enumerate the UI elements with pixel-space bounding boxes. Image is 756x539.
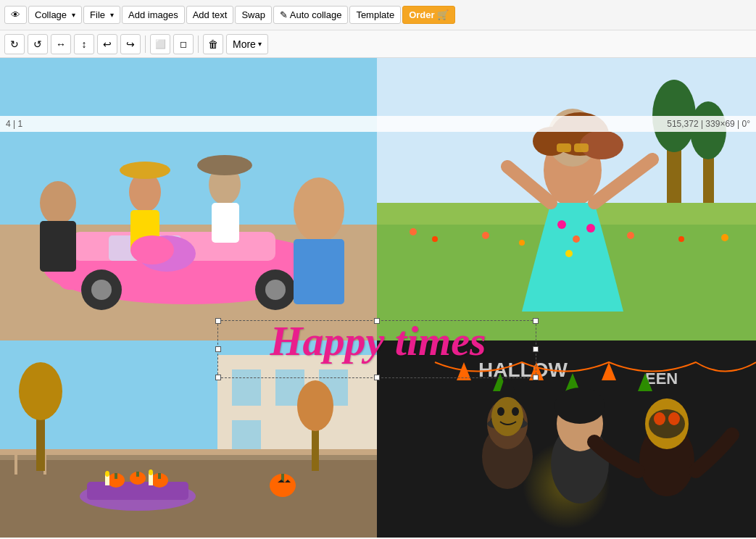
- svg-rect-58: [0, 449, 377, 455]
- template-label: Template: [356, 9, 394, 20]
- delete-button[interactable]: 🗑: [203, 34, 223, 54]
- redo-icon: ↪: [126, 38, 135, 50]
- svg-point-33: [519, 240, 525, 246]
- auto-collage-label: ✎ Auto collage: [280, 9, 341, 20]
- toolbar-divider-2: [198, 35, 199, 53]
- flip-h-icon: ↔: [56, 38, 66, 50]
- add-images-button[interactable]: Add images: [122, 6, 185, 24]
- more-button[interactable]: More: [226, 34, 268, 54]
- add-images-label: Add images: [128, 9, 178, 20]
- svg-point-80: [297, 380, 333, 431]
- svg-point-103: [649, 409, 685, 438]
- svg-point-105: [668, 412, 680, 425]
- svg-rect-42: [557, 143, 571, 152]
- svg-text:EEN: EEN: [645, 369, 678, 388]
- svg-point-78: [19, 362, 62, 420]
- photo-cell-3[interactable]: [0, 340, 377, 538]
- svg-point-34: [627, 232, 634, 239]
- svg-rect-21: [294, 239, 344, 304]
- auto-collage-button[interactable]: ✎ Auto collage: [273, 6, 348, 24]
- rotate-ccw-button[interactable]: ↺: [28, 34, 48, 54]
- redo-button[interactable]: ↪: [120, 34, 141, 54]
- resize-icon: ◻: [180, 39, 187, 49]
- top-toolbar: 👁 Collage File Add images Add text Swap …: [0, 0, 756, 30]
- file-label: File: [90, 9, 105, 20]
- svg-point-10: [40, 181, 76, 225]
- collage-label: Collage: [35, 9, 67, 20]
- crop-button[interactable]: ⬜: [150, 34, 170, 54]
- add-text-button[interactable]: Add text: [186, 6, 234, 24]
- rotate-ccw-icon: ↺: [33, 38, 42, 50]
- photo-cell-2[interactable]: [377, 58, 756, 340]
- svg-point-44: [557, 220, 566, 229]
- svg-point-27: [690, 101, 726, 159]
- rotate-cw-button[interactable]: ↻: [4, 34, 25, 54]
- add-text-label: Add text: [193, 9, 228, 20]
- template-button[interactable]: Template: [349, 6, 401, 24]
- svg-point-72: [149, 469, 153, 475]
- svg-point-100: [554, 388, 605, 424]
- resize-button[interactable]: ◻: [173, 34, 194, 54]
- svg-point-8: [91, 280, 112, 300]
- swap-label: Swap: [241, 9, 265, 20]
- svg-point-96: [497, 407, 504, 416]
- svg-rect-59: [14, 453, 17, 475]
- flip-v-icon: ↕: [82, 38, 87, 50]
- trash-icon: 🗑: [208, 38, 218, 50]
- svg-point-47: [565, 250, 573, 257]
- svg-rect-64: [115, 473, 117, 479]
- svg-rect-66: [136, 472, 139, 477]
- svg-point-35: [678, 236, 684, 242]
- order-button[interactable]: Order 🛒: [402, 6, 455, 24]
- rotate-cw-icon: ↻: [10, 38, 19, 50]
- svg-point-18: [197, 155, 252, 175]
- svg-point-45: [573, 235, 580, 243]
- photo-cell-4[interactable]: HALLOW EEN: [377, 340, 756, 538]
- svg-point-36: [721, 234, 728, 241]
- svg-rect-68: [158, 473, 161, 479]
- flip-h-button[interactable]: ↔: [51, 34, 71, 54]
- eye-button[interactable]: 👁: [4, 6, 27, 24]
- svg-point-30: [410, 228, 417, 235]
- svg-rect-43: [574, 143, 589, 152]
- flip-v-button[interactable]: ↕: [74, 34, 94, 54]
- file-button[interactable]: File: [83, 6, 120, 24]
- photo-cell-1[interactable]: [0, 58, 377, 340]
- svg-point-25: [652, 80, 696, 152]
- photo-grid: HALLOW EEN: [0, 58, 756, 538]
- svg-rect-55: [232, 420, 261, 449]
- svg-point-104: [654, 412, 665, 425]
- svg-point-13: [120, 162, 170, 179]
- second-toolbar: ↻ ↺ ↔ ↕ ↩ ↪ ⬜ ◻ 🗑 More: [0, 30, 756, 58]
- svg-rect-11: [40, 221, 76, 272]
- crop-icon: ⬜: [155, 39, 166, 49]
- eye-icon: 👁: [11, 9, 20, 20]
- svg-point-46: [586, 224, 595, 233]
- order-label: Order 🛒: [409, 9, 449, 20]
- svg-point-70: [105, 471, 109, 477]
- svg-rect-52: [232, 369, 261, 406]
- svg-point-32: [482, 232, 489, 239]
- svg-point-16: [130, 235, 174, 264]
- svg-point-95: [491, 397, 523, 436]
- svg-rect-19: [212, 203, 239, 243]
- svg-point-97: [512, 407, 519, 416]
- canvas-area[interactable]: 4 | 1 515,372 | 339×69 | 0°: [0, 58, 756, 538]
- svg-point-9: [265, 280, 286, 300]
- svg-point-31: [432, 236, 438, 242]
- collage-button[interactable]: Collage: [28, 6, 82, 24]
- more-label: More: [233, 38, 256, 50]
- toolbar-divider: [145, 35, 146, 53]
- undo-button[interactable]: ↩: [97, 34, 117, 54]
- svg-point-20: [294, 177, 344, 243]
- undo-icon: ↩: [103, 38, 112, 50]
- swap-button[interactable]: Swap: [235, 6, 272, 24]
